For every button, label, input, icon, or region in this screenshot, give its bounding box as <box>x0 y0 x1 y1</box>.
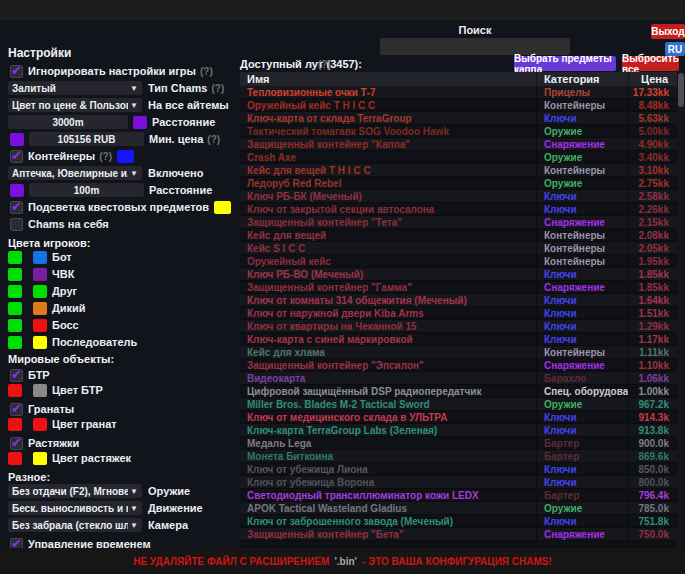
table-row[interactable]: Ключ от комнаты 314 общежития (Меченый)К… <box>240 294 677 307</box>
player-color-swatch-2[interactable] <box>33 336 47 349</box>
grenade-color-swatch-1[interactable] <box>8 418 22 431</box>
table-row[interactable]: Ключ РБ-ВО (Меченый)Ключи1.85kk <box>240 268 677 281</box>
tripwire-color-swatch-2[interactable] <box>33 452 47 465</box>
player-color-swatch-1[interactable] <box>8 268 22 281</box>
containers-color-swatch[interactable] <box>117 150 134 163</box>
item-price: 1.85kk <box>628 282 677 293</box>
item-name: Кейс для вещей <box>240 230 536 241</box>
table-row[interactable]: Тактический томагавк SOG Voodoo HawkОруж… <box>240 125 677 138</box>
all-items-dropdown[interactable]: Цвет по цене & Пользователь ▼ <box>8 98 142 112</box>
player-color-swatch-2[interactable] <box>33 319 47 332</box>
containers-checkbox[interactable] <box>10 150 23 163</box>
item-name: APOK Tactical Wasteland Gladius <box>240 503 536 514</box>
table-row[interactable]: Защищенный контейнер "Эпсилон"Снаряжение… <box>240 359 677 372</box>
table-row[interactable]: Тепловизионные очки Т-7Прицелы17.33kk <box>240 86 677 99</box>
item-name: Монета Биткоина <box>240 451 536 462</box>
player-color-label: Дикий <box>52 302 86 314</box>
column-header-price[interactable]: Цена <box>628 73 677 85</box>
column-header-name[interactable]: Имя <box>240 73 536 85</box>
quest-highlight-color-swatch[interactable] <box>214 201 231 214</box>
player-color-swatch-2[interactable] <box>33 285 47 298</box>
min-price-color-swatch[interactable] <box>10 133 24 146</box>
table-row[interactable]: Ключ от закрытой секции автосалонаКлючи2… <box>240 203 677 216</box>
table-row[interactable]: Оружейный кейсКонтейнеры1.95kk <box>240 255 677 268</box>
min-price-input[interactable]: 105156 RUB <box>29 132 144 146</box>
player-color-swatch-2[interactable] <box>33 268 47 281</box>
table-row[interactable]: Ключ от наружной двери Kiba ArmsКлючи1.5… <box>240 307 677 320</box>
table-row[interactable]: Ключ от заброшенного завода (Меченый)Клю… <box>240 515 677 528</box>
table-row[interactable]: Светодиодный трансиллюминатор кожи LEDXБ… <box>240 489 677 502</box>
table-row[interactable]: Miller Bros. Blades M-2 Tactical SwordОр… <box>240 398 677 411</box>
distance-input[interactable]: 3000m <box>8 115 128 129</box>
table-row[interactable]: Кейс для вещей T H I C CКонтейнеры3.10kk <box>240 164 677 177</box>
containers-distance-input[interactable]: 100m <box>29 183 144 197</box>
table-row[interactable]: Ключ РБ-БК (Меченый)Ключи2.58kk <box>240 190 677 203</box>
table-row[interactable]: Ледоруб Red RebelОружие2.75kk <box>240 177 677 190</box>
table-row[interactable]: Crash AxeОружие3.40kk <box>240 151 677 164</box>
item-category: Барахло <box>536 373 628 384</box>
table-row[interactable]: Кейс для хламаКонтейнеры1.11kk <box>240 346 677 359</box>
table-row[interactable]: Монета БиткоинаБартер869.6k <box>240 450 677 463</box>
grenades-checkbox[interactable] <box>10 403 23 416</box>
min-price-label: Мин. цена <box>149 133 203 145</box>
player-color-swatch-1[interactable] <box>8 302 22 315</box>
table-row[interactable]: Медаль LegaБартер900.0k <box>240 437 677 450</box>
player-color-swatch-2[interactable] <box>33 251 47 264</box>
table-scrollbar[interactable] <box>678 72 684 547</box>
table-row[interactable]: Ключ от убежища ВоронаКлючи800.0k <box>240 476 677 489</box>
select-kappa-items-button[interactable]: Выбрать предметы каппа <box>514 56 616 71</box>
table-row[interactable]: Защищенный контейнер "Каппа"Снаряжение4.… <box>240 138 677 151</box>
containers-filter-dropdown[interactable]: Аптечка, Ювелирные и... ▼ <box>8 166 142 180</box>
player-color-swatch-1[interactable] <box>8 336 22 349</box>
player-color-swatch-1[interactable] <box>8 285 22 298</box>
help-icon[interactable]: (?) <box>211 83 224 94</box>
table-row[interactable]: Ключ от убежища ЛионаКлючи850.0k <box>240 463 677 476</box>
tripwires-checkbox[interactable] <box>10 437 23 450</box>
table-row[interactable]: Защищенный контейнер "Бета"Снаряжение750… <box>240 528 677 541</box>
table-row[interactable]: Защищенный контейнер "Гамма"Снаряжение1.… <box>240 281 677 294</box>
scrollbar-thumb[interactable] <box>678 73 684 107</box>
table-row[interactable]: Защищенный контейнер "Тета"Снаряжение2.1… <box>240 216 677 229</box>
table-row[interactable]: Оружейный кейс T H I C CКонтейнеры8.48kk <box>240 99 677 112</box>
distance-color-swatch[interactable] <box>133 116 147 129</box>
item-price: 750.0k <box>628 529 677 540</box>
help-icon[interactable]: (?) <box>200 66 213 77</box>
column-header-category[interactable]: Категория <box>536 73 628 85</box>
chams-self-checkbox[interactable] <box>10 218 23 231</box>
table-row[interactable]: Кейс для вещейКонтейнеры2.08kk <box>240 229 677 242</box>
containers-filter-row: Аптечка, Ювелирные и... ▼ Включено <box>8 166 236 180</box>
discard-all-button[interactable]: Выбросить все <box>622 56 679 71</box>
grenade-color-swatch-2[interactable] <box>33 418 47 431</box>
btr-color-swatch-1[interactable] <box>8 384 22 397</box>
quest-highlight-checkbox[interactable] <box>10 201 23 214</box>
player-color-swatch-1[interactable] <box>8 251 22 264</box>
player-color-swatch-2[interactable] <box>33 302 47 315</box>
containers-distance-color-swatch[interactable] <box>10 184 24 197</box>
movement-dropdown[interactable]: Беск. выносливость и нет уста ▼ <box>8 501 142 515</box>
btr-color-swatch-2[interactable] <box>33 384 47 397</box>
table-row[interactable]: Цифровой защищённый DSP радиопередатчикС… <box>240 385 677 398</box>
camera-dropdown[interactable]: Без забрала (стекло шлема) ▼ <box>8 518 142 532</box>
item-price: 1.95kk <box>628 256 677 267</box>
player-color-swatch-1[interactable] <box>8 319 22 332</box>
help-icon[interactable]: (?) <box>99 151 112 162</box>
btr-checkbox[interactable] <box>10 369 23 382</box>
table-row[interactable]: Ключ-карта TerraGroup Labs (Зеленая)Ключ… <box>240 424 677 437</box>
help-icon[interactable]: (?) <box>318 59 331 70</box>
tripwire-color-swatch-1[interactable] <box>8 452 22 465</box>
table-row[interactable]: Ключ от медицинского склада в УЛЬТРАКлюч… <box>240 411 677 424</box>
tripwires-label: Растяжки <box>28 437 79 449</box>
weapon-dropdown[interactable]: Без отдачи (F2), Мгновенное п ▼ <box>8 484 142 498</box>
table-row[interactable]: Кейс S I C CКонтейнеры2.05kk <box>240 242 677 255</box>
tripwire-color-label: Цвет растяжек <box>52 452 131 464</box>
item-name: Ключ-карта от склада TerraGroup <box>240 113 536 124</box>
exit-button[interactable]: Выход <box>651 24 685 39</box>
chams-type-dropdown[interactable]: Залитый ▼ <box>8 81 142 95</box>
table-row[interactable]: ВидеокартаБарахло1.06kk <box>240 372 677 385</box>
table-row[interactable]: APOK Tactical Wasteland GladiusОружие785… <box>240 502 677 515</box>
ignore-game-settings-checkbox[interactable] <box>10 65 23 78</box>
table-row[interactable]: Ключ-карта с синей маркировкойКлючи1.17k… <box>240 333 677 346</box>
table-row[interactable]: Ключ от квартиры на Чеканной 15Ключи1.29… <box>240 320 677 333</box>
help-icon[interactable]: (?) <box>207 134 220 145</box>
table-row[interactable]: Ключ-карта от склада TerraGroupКлючи5.63… <box>240 112 677 125</box>
